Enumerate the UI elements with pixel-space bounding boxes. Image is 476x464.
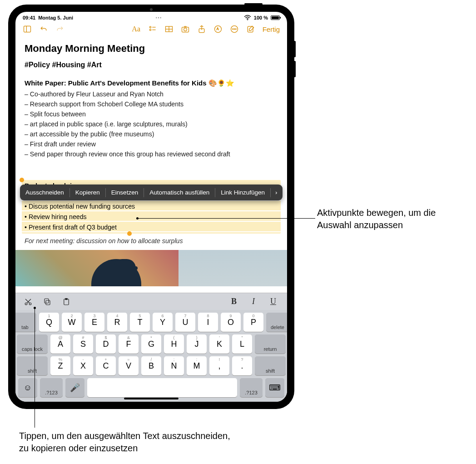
key-p[interactable]: 0P [243,313,263,332]
done-button[interactable]: Fertig [263,25,280,33]
note-line[interactable]: – Send paper through review once this gr… [25,149,278,159]
key-e[interactable]: 3E [84,313,104,332]
note-line[interactable]: – Research support from Schoberl College… [25,99,278,109]
key-i[interactable]: 8I [198,313,218,332]
key-tab[interactable]: tab [15,313,36,332]
note-line[interactable]: – art accessible by the public (free mus… [25,129,278,139]
format-aa-button[interactable]: Aa [132,25,141,34]
key-t[interactable]: 5T [130,313,150,332]
menu-more-arrow[interactable]: › [271,185,282,200]
notes-toolbar: Aa Fertig [15,22,287,38]
key-x[interactable]: -X [73,356,93,375]
note-attached-image[interactable] [15,250,287,286]
svg-point-15 [232,29,233,30]
text-context-menu: Ausschneiden Kopieren Einsetzen Automati… [20,185,283,200]
key-r[interactable]: 4R [107,313,127,332]
paste-icon[interactable] [62,298,71,306]
callout-leader-line [35,307,35,428]
key-hide-keyboard[interactable]: ⌨ [265,378,284,397]
key-q[interactable]: 1Q [39,313,59,332]
key-f[interactable]: &F [119,334,139,354]
underline-button[interactable]: U [268,297,279,306]
key-return[interactable]: return [255,334,286,354]
key-a[interactable]: @A [50,334,70,354]
undo-icon[interactable] [39,25,48,34]
key-g[interactable]: *G [141,334,161,354]
key-o[interactable]: 9O [221,313,241,332]
key-d[interactable]: $D [96,334,116,354]
key-h[interactable]: (H [164,334,184,354]
key-spacebar[interactable] [87,378,237,397]
key-shift-right[interactable]: shift [255,356,286,375]
note-title[interactable]: Monday Morning Meeting [25,43,278,55]
italic-button[interactable]: I [249,297,258,306]
key-c[interactable]: +C [96,356,116,375]
cut-icon[interactable] [24,298,33,306]
note-line[interactable]: – art placed in public space (i.e. large… [25,119,278,129]
selection-line[interactable]: • Review hiring needs [25,212,278,222]
note-line[interactable]: – Co-authored by Fleur Lasseur and Ryan … [25,89,278,99]
key-n[interactable]: ;N [164,356,184,375]
key-dictation[interactable]: 🎤 [65,378,84,397]
key-k[interactable]: 'K [209,334,229,354]
ipad-screen: 09:41 Montag 5. Juni ⋯ 100 % Aa Fe [15,12,287,402]
volume-up-button [294,41,296,57]
note-footnote[interactable]: For next meeting: discussion on how to a… [25,237,278,244]
key-j[interactable]: )J [187,334,207,354]
key-w[interactable]: 2W [62,313,82,332]
table-icon[interactable] [164,25,174,34]
selection-handle-end[interactable] [127,231,132,236]
home-indicator[interactable] [124,398,178,399]
key-capslock[interactable]: caps lock [17,334,48,354]
more-icon[interactable] [230,25,239,34]
key-comma[interactable]: !, [209,356,229,375]
menu-add-link[interactable]: Link Hinzufügen [215,185,270,200]
keyboard-row-2: caps lock @A #S $D &F *G (H )J 'K "L ret… [18,334,284,354]
callout-selection-handles: Aktivpunkte bewegen, um die Auswahl anzu… [317,207,471,231]
svg-rect-23 [46,300,50,305]
copy-icon[interactable] [43,298,52,306]
key-l[interactable]: "L [232,334,252,354]
svg-point-0 [247,20,248,20]
camera-icon[interactable] [181,25,190,34]
share-icon[interactable] [197,25,206,34]
bold-button[interactable]: B [228,297,239,306]
menu-autofill[interactable]: Automatisch ausfüllen [144,185,215,200]
key-delete[interactable]: delete [266,313,287,332]
sidebar-toggle-icon[interactable] [23,25,32,34]
new-note-icon[interactable] [246,25,255,34]
key-numbers-right[interactable]: .?123 [240,378,263,397]
key-b[interactable]: /B [141,356,161,375]
note-hashtags[interactable]: #Policy #Housing #Art [25,61,278,69]
key-m[interactable]: :M [187,356,207,375]
menu-copy[interactable]: Kopieren [70,185,105,200]
onscreen-keyboard: tab 1Q 2W 3E 4R 5T 6Y 7U 8I 9O 0P delete… [15,310,287,402]
key-u[interactable]: 7U [175,313,195,332]
note-line[interactable]: – Split focus between [25,109,278,119]
key-s[interactable]: #S [73,334,93,354]
key-v[interactable]: =V [119,356,139,375]
svg-point-16 [234,29,235,30]
note-section-heading[interactable]: White Paper: Public Art's Development Be… [25,79,278,87]
selection-line[interactable]: • Present first draft of Q3 budget [25,222,278,233]
redo-icon[interactable] [55,25,64,34]
battery-percent: 100 % [254,15,268,20]
markup-icon[interactable] [213,25,223,34]
svg-rect-26 [65,298,68,299]
menu-paste[interactable]: Einsetzen [106,185,144,200]
note-content-area[interactable]: Monday Morning Meeting #Policy #Housing … [15,38,287,293]
key-numbers-left[interactable]: .?123 [40,378,63,397]
menu-cut[interactable]: Ausschneiden [20,185,69,200]
svg-rect-1 [24,26,31,32]
key-y[interactable]: 6Y [153,313,173,332]
key-period[interactable]: ?. [232,356,252,375]
svg-point-5 [149,29,151,30]
status-handle-icon[interactable]: ⋯ [155,14,162,21]
status-time: 09:41 [23,15,35,20]
callout-leader-line [136,218,315,219]
key-shift-left[interactable]: shift [17,356,48,375]
note-line[interactable]: – First draft under review [25,139,278,149]
key-z[interactable]: %Z [50,356,70,375]
selection-handle-start[interactable] [20,178,24,182]
checklist-icon[interactable] [148,25,157,34]
